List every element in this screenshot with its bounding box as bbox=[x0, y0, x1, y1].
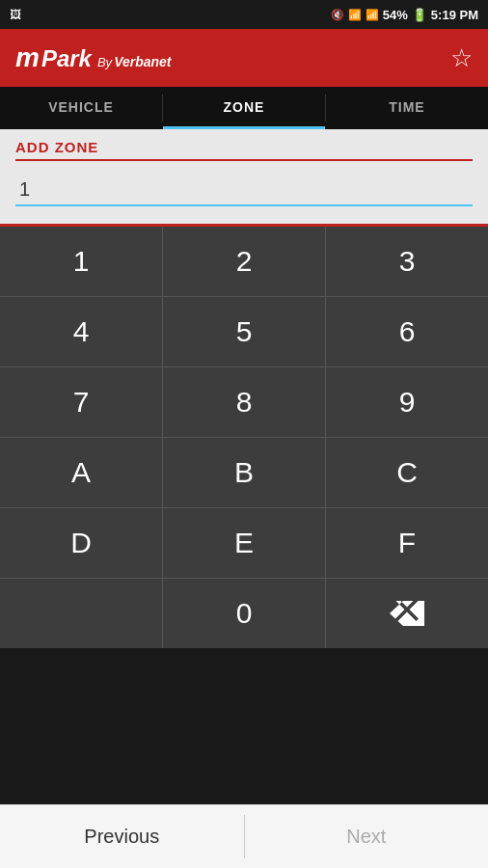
tab-bar: VEHICLE ZONE TIME bbox=[0, 87, 488, 129]
key-c[interactable]: C bbox=[326, 438, 488, 507]
tab-time-label: TIME bbox=[389, 99, 424, 115]
key-f[interactable]: F bbox=[326, 508, 488, 578]
tab-zone-label: ZONE bbox=[224, 99, 265, 115]
mute-icon: 🔇 bbox=[331, 9, 344, 21]
wifi-icon: 📶 bbox=[348, 9, 362, 21]
status-left: 🖼 bbox=[10, 8, 21, 21]
status-bar: 🖼 🔇 📶 📶 54% 🔋 5:19 PM bbox=[0, 0, 488, 29]
tab-time[interactable]: TIME bbox=[326, 87, 488, 129]
key-backspace[interactable] bbox=[326, 579, 488, 648]
key-1[interactable]: 1 bbox=[0, 227, 162, 296]
signal-icon: 📶 bbox=[366, 9, 379, 21]
next-label: Next bbox=[346, 826, 386, 848]
key-3[interactable]: 3 bbox=[326, 227, 488, 296]
key-a[interactable]: A bbox=[0, 438, 162, 507]
previous-button[interactable]: Previous bbox=[0, 805, 244, 868]
tab-vehicle-label: VEHICLE bbox=[48, 99, 114, 115]
key-6[interactable]: 6 bbox=[326, 297, 488, 366]
keyboard-grid: 1 2 3 4 5 6 7 8 9 A B C D E F 0 bbox=[0, 227, 488, 648]
key-9[interactable]: 9 bbox=[326, 367, 488, 437]
key-5[interactable]: 5 bbox=[163, 297, 325, 366]
key-e[interactable]: E bbox=[163, 508, 325, 578]
battery-percent: 54% bbox=[383, 8, 408, 22]
logo-verbanet: Verbanet bbox=[114, 54, 171, 69]
clock: 5:19 PM bbox=[431, 8, 478, 22]
logo-m: m bbox=[15, 42, 40, 73]
form-area: ADD ZONE bbox=[0, 129, 488, 224]
previous-label: Previous bbox=[84, 826, 159, 848]
key-b[interactable]: B bbox=[163, 438, 325, 507]
key-7[interactable]: 7 bbox=[0, 367, 162, 437]
key-8[interactable]: 8 bbox=[163, 367, 325, 437]
tab-zone[interactable]: ZONE bbox=[163, 87, 325, 129]
key-2[interactable]: 2 bbox=[163, 227, 325, 296]
favorite-icon[interactable]: ☆ bbox=[450, 43, 473, 73]
battery-icon: 🔋 bbox=[412, 8, 427, 22]
add-zone-label: ADD ZONE bbox=[15, 139, 473, 155]
logo-park: Park bbox=[41, 45, 92, 72]
key-4[interactable]: 4 bbox=[0, 297, 162, 366]
image-icon: 🖼 bbox=[10, 8, 21, 21]
keyboard-area: 1 2 3 4 5 6 7 8 9 A B C D E F 0 bbox=[0, 224, 488, 648]
tab-vehicle[interactable]: VEHICLE bbox=[0, 87, 162, 129]
status-right: 🔇 📶 📶 54% 🔋 5:19 PM bbox=[331, 8, 478, 22]
zone-input[interactable] bbox=[15, 176, 473, 206]
key-d[interactable]: D bbox=[0, 508, 162, 578]
logo: m Park By Verbanet bbox=[15, 42, 172, 73]
key-0[interactable]: 0 bbox=[163, 579, 325, 648]
header: m Park By Verbanet ☆ bbox=[0, 29, 488, 87]
zone-input-container bbox=[15, 173, 473, 210]
bottom-nav: Previous Next bbox=[0, 804, 488, 868]
backspace-icon bbox=[390, 601, 424, 626]
logo-by: By bbox=[97, 55, 112, 69]
next-button[interactable]: Next bbox=[245, 805, 489, 868]
key-empty bbox=[0, 579, 162, 648]
divider-red bbox=[15, 159, 473, 161]
